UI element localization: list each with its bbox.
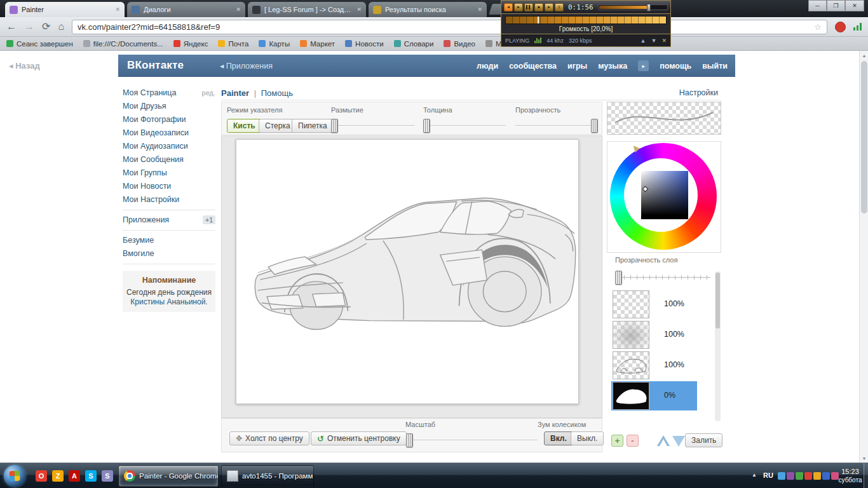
bookmark-item[interactable]: Карты — [259, 40, 290, 48]
sidebar-item-apps[interactable]: Приложения+1 — [123, 214, 215, 227]
move-layer-down-button[interactable] — [672, 436, 685, 447]
sidebar-item-my-page[interactable]: Моя Страницаред. — [123, 86, 215, 100]
scale-slider-thumb[interactable] — [406, 433, 413, 447]
volume-marker[interactable] — [538, 17, 539, 24]
player-pause-button[interactable]: ▌▌ — [524, 3, 533, 11]
tab-close-icon[interactable]: ✕ — [236, 6, 241, 13]
vk-nav-people[interactable]: люди — [477, 62, 498, 71]
window-close-button[interactable]: ✕ — [845, 0, 864, 11]
fill-button[interactable]: Залить — [685, 433, 722, 447]
scale-slider-track[interactable] — [405, 440, 538, 441]
taskbar-window-chrome[interactable]: Painter - Google Chrome — [118, 465, 219, 487]
spectrum-up-icon[interactable]: ▲ — [641, 37, 646, 44]
sidebar-item-groups[interactable]: Мои Группы — [123, 166, 215, 180]
tray-icon-1[interactable] — [778, 472, 785, 480]
layer-row[interactable]: 100% — [611, 290, 713, 319]
vk-nav-music[interactable]: музыка — [598, 62, 627, 71]
volume-bar[interactable] — [505, 16, 667, 24]
sidebar-item-news[interactable]: Мои Новости — [123, 180, 215, 193]
quick-launch-icon-acrobat[interactable]: A — [69, 470, 80, 482]
tab-dialogs[interactable]: Диалоги ✕ — [127, 2, 245, 17]
window-minimize-button[interactable]: ─ — [808, 0, 827, 11]
layer-opacity-thumb[interactable] — [615, 271, 622, 285]
spectrum-down-icon[interactable]: ▼ — [651, 37, 657, 44]
page-back-link[interactable]: ◂ Назад — [9, 61, 40, 71]
blur-slider-thumb[interactable] — [331, 119, 338, 133]
thickness-slider-track[interactable] — [423, 125, 506, 126]
tab-search-results[interactable]: Результаты поиска ✕ — [369, 2, 487, 17]
bookmark-item[interactable]: Почта — [218, 40, 248, 48]
sidebar-item-settings[interactable]: Мои Настройки — [123, 193, 215, 207]
tab-close-icon[interactable]: ✕ — [356, 6, 362, 13]
add-layer-button[interactable]: + — [611, 435, 623, 447]
undo-center-button[interactable]: ↺ Отменить центровку — [311, 431, 407, 445]
taskbar-window-avto[interactable]: avto1455 - Программ... — [221, 465, 314, 487]
opacity-slider-thumb[interactable] — [591, 119, 598, 133]
forward-icon[interactable]: → — [24, 22, 34, 32]
bookmark-item[interactable]: Сеанс завершен — [6, 40, 73, 48]
scroll-up-icon[interactable]: ▲ — [860, 51, 868, 60]
sidebar-item-bezumie[interactable]: Безумие — [123, 234, 215, 247]
sidebar-item-audio[interactable]: Мои Аудиозаписи — [123, 140, 215, 153]
drawing-canvas[interactable] — [236, 139, 579, 404]
quick-launch-icon-5[interactable]: S — [102, 470, 113, 482]
music-player-button[interactable]: ▸ — [638, 60, 649, 71]
bookmark-item[interactable]: Маркет — [300, 40, 335, 48]
quick-launch-icon-2[interactable]: Z — [52, 470, 64, 482]
seek-slider[interactable] — [598, 4, 668, 10]
show-desktop-button[interactable] — [864, 463, 868, 488]
vk-logo[interactable]: ВКонтакте — [127, 59, 184, 72]
bookmark-item[interactable]: Видео — [444, 40, 475, 48]
vk-nav-games[interactable]: игры — [567, 62, 587, 71]
player-play-button[interactable]: ► — [514, 3, 523, 11]
app-settings-link[interactable]: Настройки — [679, 88, 718, 97]
sidebar-item-videos[interactable]: Мои Видеозаписи — [123, 126, 215, 140]
tray-icon-5[interactable] — [813, 472, 821, 480]
layer-row[interactable]: 100% — [611, 320, 713, 349]
taskbar-clock[interactable]: 15:23 суббота — [836, 468, 864, 484]
home-icon[interactable]: ⌂ — [58, 22, 64, 32]
tray-icon-6[interactable] — [822, 472, 830, 480]
bookmark-item[interactable]: Яндекс — [173, 40, 208, 48]
brush-tool-button[interactable]: Кисть — [227, 119, 262, 133]
bookmark-item[interactable]: Новости — [345, 40, 384, 48]
sidebar-item-photos[interactable]: Мои Фотографии — [123, 113, 215, 126]
app-help-link[interactable]: Помощь — [261, 88, 293, 98]
remove-layer-button[interactable]: - — [627, 435, 639, 447]
quick-launch-icon-opera[interactable]: O — [36, 470, 47, 482]
scrollbar-thumb[interactable] — [715, 273, 720, 329]
language-indicator[interactable]: RU — [763, 471, 773, 479]
tray-icon-2[interactable] — [787, 472, 794, 480]
vk-nav-communities[interactable]: сообщества — [509, 62, 557, 71]
bookmark-item[interactable]: М — [485, 40, 502, 48]
player-close-icon[interactable]: ✕ — [661, 37, 667, 44]
tray-expand-icon[interactable]: ▲ — [752, 472, 757, 478]
seek-knob[interactable] — [647, 4, 651, 11]
player-menu-button[interactable]: ≡ — [555, 3, 564, 11]
bookmark-star-icon[interactable]: ☆ — [814, 22, 822, 32]
quick-launch-icon-skype[interactable]: S — [85, 470, 97, 482]
tab-forum[interactable]: [ Leg-SS Forum ] -> Создан... ✕ — [248, 2, 366, 17]
tab-close-icon[interactable]: ✕ — [115, 6, 120, 13]
window-maximize-button[interactable]: ❐ — [827, 0, 845, 11]
tab-painter[interactable]: Painter ✕ — [5, 2, 125, 17]
edit-note[interactable]: ред. — [202, 86, 215, 100]
bookmark-item[interactable]: Словари — [394, 40, 434, 48]
sidebar-item-vmogile[interactable]: Вмогиле — [123, 247, 215, 261]
address-bar[interactable]: vk.com/painter2?mid=64158818&ref=9 ☆ — [72, 20, 827, 34]
blur-slider-track[interactable] — [331, 125, 415, 126]
eyedropper-tool-button[interactable]: Пипетка — [292, 119, 334, 133]
tab-close-icon[interactable]: ✕ — [477, 6, 482, 13]
back-icon[interactable]: ← — [6, 22, 17, 32]
player-stop-button[interactable]: ■ — [534, 3, 543, 11]
page-scrollbar[interactable]: ▲ ▼ — [859, 51, 868, 463]
zoom-off-button[interactable]: Выкл. — [571, 431, 604, 445]
zoom-on-button[interactable]: Вкл. — [544, 431, 573, 445]
player-next-button[interactable]: ► — [545, 3, 553, 11]
layer-row-selected[interactable]: 0% — [611, 381, 697, 410]
eraser-tool-button[interactable]: Стерка — [259, 119, 297, 133]
layers-scrollbar[interactable] — [715, 271, 721, 421]
center-canvas-button[interactable]: ✥ Холст по центру — [229, 431, 309, 445]
tray-icon-3[interactable] — [796, 472, 803, 480]
adblock-extension-icon[interactable] — [835, 22, 846, 32]
